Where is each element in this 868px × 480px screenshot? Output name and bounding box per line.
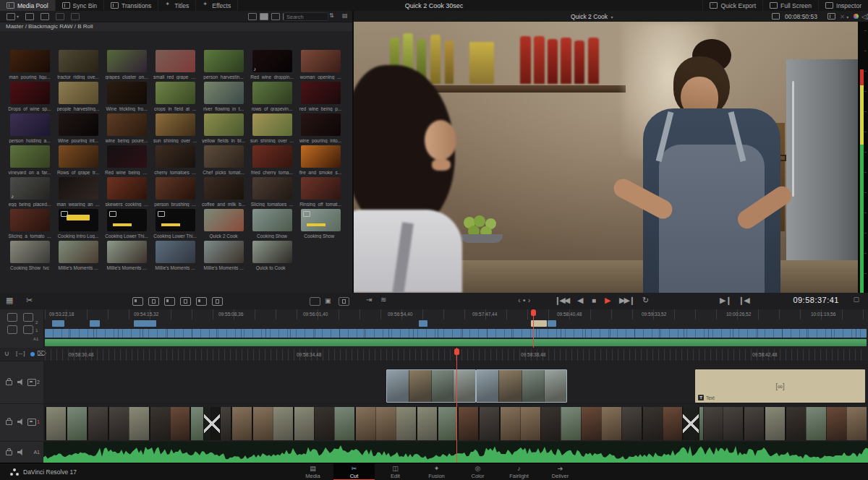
- toggle-full-screen[interactable]: Full Screen: [763, 0, 819, 11]
- breadcrumb[interactable]: Master / Blackmagic RAW / B Roll: [0, 22, 352, 31]
- media-clip[interactable]: Drops_of_wine_sp...: [8, 82, 51, 111]
- resize-handle-icon[interactable]: ▢: [853, 296, 859, 303]
- timeline-clip-selected[interactable]: [476, 369, 567, 403]
- filmstrip-view-icon[interactable]: [248, 13, 257, 20]
- jog-control[interactable]: ‹ • ›: [518, 296, 530, 304]
- close-up-icon[interactable]: [180, 297, 191, 306]
- page-tab-fusion[interactable]: ✦Fusion: [416, 463, 457, 480]
- overview-playhead-pin[interactable]: [531, 309, 536, 316]
- import-folder-icon[interactable]: [41, 13, 49, 20]
- bin-list-icon[interactable]: [7, 13, 15, 20]
- transform-icon[interactable]: ✕▾: [840, 13, 848, 20]
- snap-icon[interactable]: ∪: [4, 350, 9, 357]
- media-clip[interactable]: Quick to Cook_: [250, 241, 294, 270]
- tool-trim-icon[interactable]: [23, 313, 33, 322]
- flag-icon[interactable]: [30, 352, 35, 356]
- still-icon[interactable]: ▣: [325, 297, 331, 304]
- lock-icon[interactable]: [6, 450, 12, 455]
- media-clip[interactable]: tractor_riding_ove...: [56, 50, 100, 80]
- sync-clips-icon[interactable]: [71, 13, 80, 20]
- media-clip[interactable]: sun_shining_over_...: [250, 113, 294, 143]
- media-clip[interactable]: wine_being_poure...: [105, 113, 148, 143]
- media-clip[interactable]: Cooking Lower Thi...: [105, 209, 148, 239]
- media-clip[interactable]: Rinsing_off_tomat...: [299, 177, 342, 207]
- match-in-button[interactable]: ❙◀: [738, 296, 749, 305]
- video-enable-icon[interactable]: [27, 379, 36, 386]
- title-text-clip[interactable]: [∞]TText: [695, 369, 865, 403]
- loop-button[interactable]: ↻: [642, 296, 649, 305]
- mute-icon[interactable]: [17, 449, 24, 455]
- panel-toggle-titles[interactable]: Titles: [158, 0, 196, 11]
- media-clip[interactable]: man_wearing_an_...: [56, 177, 100, 207]
- media-clip[interactable]: small_red_grape_c...: [153, 50, 197, 80]
- track2-header[interactable]: 2: [0, 361, 44, 404]
- tools-icon[interactable]: [827, 13, 835, 20]
- track1-header[interactable]: 1: [0, 403, 44, 442]
- track2-lane[interactable]: [∞]TText: [43, 361, 868, 404]
- audio-icon[interactable]: ◁⟩: [861, 13, 868, 20]
- split-clip-icon[interactable]: ✂: [26, 296, 33, 305]
- marker-range-icon[interactable]: [↔]: [16, 350, 25, 356]
- panel-toggle-effects[interactable]: Effects: [196, 0, 238, 11]
- media-clip[interactable]: Slicing_a_tomato_...: [8, 209, 51, 239]
- panel-toggle-sync-bin[interactable]: Sync Bin: [56, 0, 105, 11]
- mute-icon[interactable]: [17, 379, 24, 385]
- page-tab-media[interactable]: ▤Media: [292, 463, 333, 480]
- media-clip[interactable]: Rows_of_grape_tr...: [56, 145, 100, 175]
- media-clip[interactable]: person_holding_a...: [8, 113, 51, 143]
- color-wheel-icon[interactable]: [854, 14, 859, 19]
- media-clip[interactable]: Quick 2 Cook: [202, 209, 245, 239]
- media-clip[interactable]: cherry_tomatoes_...: [153, 145, 197, 175]
- media-clip[interactable]: yellow_fields_in_bl...: [202, 113, 245, 143]
- timeline-clip-selected[interactable]: [386, 369, 476, 403]
- media-clip[interactable]: sun_shining_over_...: [153, 113, 197, 143]
- media-clip[interactable]: coffee_and_milk_b...: [202, 177, 245, 207]
- tools-toggle-icon[interactable]: [310, 297, 320, 306]
- media-clip[interactable]: vineyard_on_a_far...: [8, 145, 51, 175]
- page-tab-edit[interactable]: ◫Edit: [375, 463, 416, 480]
- go-to-end-button[interactable]: ▶▶❙: [619, 296, 634, 305]
- sync-indicator-icon[interactable]: ⇥: [366, 296, 372, 304]
- media-clip[interactable]: ♪egg_being_placed...: [8, 177, 51, 207]
- media-clip[interactable]: wine_pouring_into...: [299, 113, 342, 143]
- smart-insert-icon[interactable]: [132, 297, 143, 306]
- step-back-button[interactable]: ◀: [577, 296, 583, 305]
- media-clip[interactable]: Millie's Moments ...: [56, 241, 100, 270]
- media-clip[interactable]: person_harvestin...: [202, 50, 245, 80]
- media-clip[interactable]: Cooking Show_tvc: [8, 241, 51, 270]
- panel-toggle-transitions[interactable]: Transitions: [104, 0, 158, 11]
- video-enable-icon[interactable]: [27, 419, 36, 426]
- media-clip[interactable]: Red_wine_being_p...: [105, 145, 148, 175]
- play-button[interactable]: ▶: [605, 296, 610, 305]
- media-clip[interactable]: Slicing_tomatoes_...: [250, 177, 294, 207]
- media-clip[interactable]: Chef_picks_tomat...: [202, 145, 245, 175]
- media-clip[interactable]: person_brushing_...: [153, 177, 197, 207]
- clip-info-icon[interactable]: ▤: [342, 12, 348, 19]
- media-clip[interactable]: red_wine_being_p...: [299, 82, 342, 111]
- toggle-inspector[interactable]: Inspector: [819, 0, 868, 11]
- media-clip[interactable]: crops_in_field_at_...: [153, 82, 197, 111]
- media-clip[interactable]: Cooking Intro Log...: [56, 209, 100, 239]
- search-input[interactable]: [284, 12, 328, 21]
- place-on-top-icon[interactable]: [196, 297, 207, 306]
- chevron-down-icon[interactable]: ▾: [17, 14, 19, 19]
- import-media-icon[interactable]: [25, 13, 34, 20]
- go-to-start-button[interactable]: ❙◀◀: [554, 296, 569, 305]
- overview-tracks[interactable]: [45, 320, 867, 348]
- play-to-out-button[interactable]: ▶❙: [720, 296, 731, 305]
- audio1-lane[interactable]: [43, 441, 868, 463]
- tool-pointer-icon[interactable]: [7, 313, 17, 322]
- cross-dissolve-transition[interactable]: [203, 407, 221, 440]
- thumbnail-view-icon[interactable]: [260, 13, 268, 20]
- media-clip[interactable]: Wine_trickling_fro...: [105, 82, 148, 111]
- timeline-selector[interactable]: Quick 2 Cook ▾: [571, 13, 613, 20]
- media-clip[interactable]: Millie's Moments ...: [105, 241, 148, 270]
- detail-playhead-pin[interactable]: [454, 348, 459, 355]
- panel-toggle-media-pool[interactable]: Media Pool: [0, 0, 56, 11]
- lock-icon[interactable]: [6, 420, 12, 425]
- page-tab-fairlight[interactable]: ♪Fairlight: [498, 463, 540, 480]
- media-clip[interactable]: Millie's Moments ...: [202, 241, 245, 270]
- toggle-quick-export[interactable]: Quick Export: [702, 0, 763, 11]
- mute-icon[interactable]: [17, 419, 24, 425]
- media-clip[interactable]: rows_of_grapevin...: [250, 82, 294, 111]
